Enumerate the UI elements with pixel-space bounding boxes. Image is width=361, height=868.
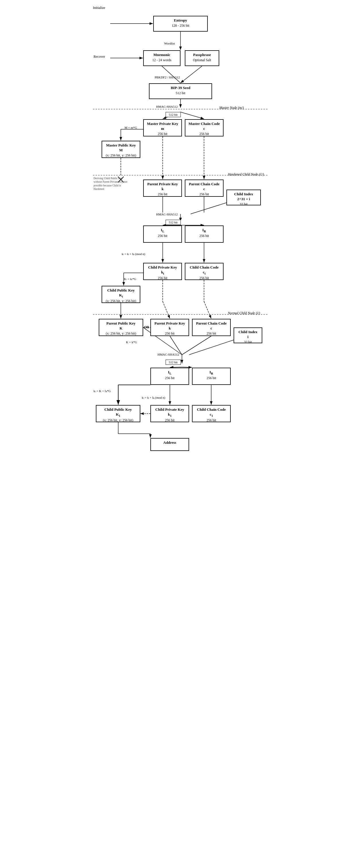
ir-n-box: IR 256 bit	[192, 368, 231, 385]
child-index-n-title: Child Indexi	[236, 330, 259, 340]
hmac1-label: HMAC-SHA512	[156, 105, 177, 108]
wordlist-label: Wordlist	[164, 42, 175, 45]
K-eq-label: K = k*G	[126, 340, 137, 344]
ir-n-title: IR	[195, 370, 228, 375]
m-eq-label: M = m*G	[125, 126, 137, 129]
child-chain-h-box: Child Chain Codeci 256 bit	[185, 263, 224, 280]
ir-h-box: IR 256 bit	[185, 225, 224, 243]
address-box: Address	[151, 438, 189, 451]
passphrase-sub: Optional Salt	[188, 58, 217, 62]
child-pub-n-title: Child Public KeyK1	[99, 407, 137, 417]
parent-chain-n-sub: 256 bit	[195, 332, 228, 336]
master-pub-box: Master Public KeyM (x: 256 bit, y: 256 b…	[102, 141, 140, 158]
child-index-h-title: Child Index2^31 + i	[229, 192, 258, 202]
Ki-eq-h-label: Kᵢ = kᵢ*G	[124, 277, 136, 281]
hardened-node-label: Hardened Child Node (i'/)	[228, 172, 264, 177]
svg-line-41	[170, 367, 182, 367]
child-priv-n-title: Child Private Keyk1	[153, 407, 186, 417]
parent-chain-h-sub: 256 bit	[188, 192, 221, 196]
child-chain-h-title: Child Chain Codeci	[188, 265, 221, 275]
address-title: Address	[153, 440, 186, 445]
ir-h-title: IR	[188, 228, 221, 233]
master-chain-box: Master Chain Codec 256 bit	[185, 119, 224, 136]
ki-eq-n-priv-label: kᵢ = k + I₁ (mod n)	[142, 396, 165, 400]
master-priv-title: Master Private Keym	[146, 122, 179, 131]
ki-eq-h-label: kᵢ = k + I₁ (mod n)	[122, 252, 145, 256]
pbkdf2-label: PBKDF2 / SHA512	[155, 75, 180, 79]
entropy-title: Entropy	[156, 18, 205, 23]
il-n-title: IL	[153, 370, 186, 375]
child-priv-n-sub: 256 bit	[153, 418, 186, 423]
parent-priv-h-box: Parent Private Keyk 256 bit	[143, 180, 182, 197]
child-index-n-box: Child Indexi 32 bit	[234, 328, 262, 343]
master-pub-sub: (x: 256 bit, y: 256 bit)	[104, 153, 137, 158]
child-index-h-sub: 32 bit	[229, 202, 258, 207]
child-priv-h-sub: 256 bit	[146, 276, 179, 280]
bip39seed-title: BIP-39 Seed	[152, 86, 209, 91]
master-node-label: Master Node (m/)	[219, 106, 243, 110]
initialize-label: Initialize	[93, 6, 105, 10]
entropy-sub: 128 - 256 bit	[156, 24, 205, 28]
ir-h-sub: 256 bit	[188, 234, 221, 238]
parent-pub-n-box: Parent Public KeyK (x: 256 bit, y: 256 b…	[99, 319, 143, 336]
recover-label: Recover	[94, 55, 105, 59]
child-priv-h-title: Child Private Keyki	[146, 265, 179, 275]
child-index-h-box: Child Index2^31 + i 32 bit	[226, 190, 261, 205]
master-priv-sub: 256 bit	[146, 132, 179, 136]
child-pub-h-box: Child Public KeyKi (x: 256 bit, y: 256 b…	[102, 286, 140, 303]
parent-priv-h-sub: 256 bit	[146, 192, 179, 196]
child-pub-h-sub: (x: 256 bit, y: 256 bit)	[104, 299, 137, 303]
parent-priv-h-title: Parent Private Keyk	[146, 182, 179, 192]
entropy-box: Entropy 128 - 256 bit	[153, 16, 208, 32]
svg-line-9	[180, 112, 204, 119]
child-chain-n-sub: 256 bit	[195, 418, 228, 423]
master-chain-title: Master Chain Codec	[188, 122, 221, 131]
bip39seed-sub: 512 bit	[152, 91, 209, 95]
parent-priv-n-box: Parent Private Keyk 256 bit	[151, 319, 189, 336]
il-n-box: IL 256 bit	[151, 368, 189, 385]
child-pub-h-title: Child Public KeyKi	[104, 288, 137, 299]
svg-line-6	[180, 66, 202, 83]
passphrase-title: Passphrase	[188, 53, 217, 57]
512bit-1-label: 512 bit	[166, 112, 181, 117]
mnemonic-sub: 12 - 24 words	[146, 58, 177, 62]
parent-pub-n-sub: (x: 256 bit, y: 256 bit)	[102, 332, 140, 336]
child-chain-h-sub: 256 bit	[188, 276, 221, 280]
512bit-2-label: 512 bit	[166, 220, 181, 225]
il-h-box: IL 256 bit	[143, 225, 182, 243]
child-chain-n-title: Child Chain Codec1	[195, 407, 228, 417]
master-chain-sub: 256 bit	[188, 132, 221, 136]
or-label: OR	[144, 325, 149, 330]
parent-chain-n-box: Parent Chain Codec 256 bit	[192, 319, 231, 336]
master-priv-box: Master Private Keym 256 bit	[143, 119, 182, 136]
il-h-title: IL	[146, 228, 179, 233]
child-chain-n-box: Child Chain Codec1 256 bit	[192, 405, 231, 422]
ki-eq-n-pub-label: kᵢ = K + I₁*G	[94, 389, 111, 393]
child-index-n-sub: 32 bit	[236, 340, 259, 344]
il-n-sub: 256 bit	[153, 376, 186, 380]
normal-node-label: Normal Child Node (i/)	[228, 311, 260, 315]
child-pub-n-box: Child Public KeyK1 (x: 256 bit, y: 256 b…	[96, 405, 140, 422]
parent-chain-n-title: Parent Chain Codec	[195, 321, 228, 331]
512bit-3-label: 512 bit	[166, 360, 181, 365]
hmac3-label: HMAC-SHA512	[158, 353, 179, 356]
passphrase-box: Passphrase Optional Salt	[185, 50, 219, 66]
mnemonic-box: Mnemonic 12 - 24 words	[143, 50, 180, 66]
svg-line-37	[170, 336, 182, 355]
mnemonic-title: Mnemonic	[146, 53, 177, 57]
parent-chain-h-title: Parent Chain Codec	[188, 182, 221, 192]
deriving-note: Deriving Child Public Key without Parent…	[94, 177, 131, 191]
svg-line-34	[204, 302, 211, 318]
child-priv-h-box: Child Private Keyki 256 bit	[143, 263, 182, 280]
parent-pub-n-title: Parent Public KeyK	[102, 321, 140, 331]
child-pub-n-sub: (x: 256 bit, y: 256 bit)	[99, 418, 137, 423]
parent-priv-n-title: Parent Private Keyk	[153, 321, 186, 331]
svg-line-42	[182, 367, 192, 367]
parent-chain-h-box: Parent Chain Codec 256 bit	[185, 180, 224, 197]
bip39seed-box: BIP-39 Seed 512 bit	[149, 83, 212, 99]
svg-line-38	[182, 336, 211, 355]
hmac2-label: HMAC-SHA512	[156, 213, 177, 216]
parent-priv-n-sub: 256 bit	[153, 332, 186, 336]
master-pub-title: Master Public KeyM	[104, 143, 137, 153]
svg-line-32	[163, 302, 170, 318]
